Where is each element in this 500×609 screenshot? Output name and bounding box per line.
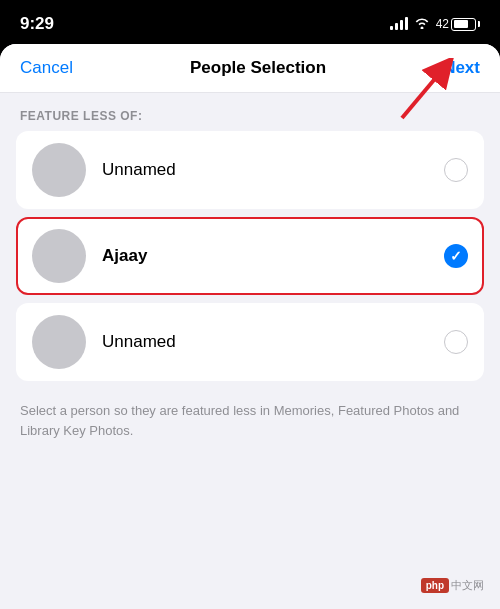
next-button[interactable]: Next bbox=[443, 58, 480, 78]
radio-unselected-icon[interactable] bbox=[444, 330, 468, 354]
radio-selected-icon[interactable] bbox=[444, 244, 468, 268]
person-name: Unnamed bbox=[102, 332, 444, 352]
person-list: Unnamed Ajaay Unnamed bbox=[0, 131, 500, 389]
main-content: Cancel People Selection Next FEATURE LES… bbox=[0, 44, 500, 609]
footer-text: Select a person so they are featured les… bbox=[0, 389, 500, 452]
avatar bbox=[32, 143, 86, 197]
list-item[interactable]: Unnamed bbox=[16, 131, 484, 209]
status-bar: 9:29 42 bbox=[0, 0, 500, 44]
status-icons: 42 bbox=[390, 16, 480, 32]
avatar bbox=[32, 229, 86, 283]
person-name: Unnamed bbox=[102, 160, 444, 180]
cancel-button[interactable]: Cancel bbox=[20, 58, 73, 78]
signal-bars-icon bbox=[390, 18, 408, 30]
section-label: FEATURE LESS OF: bbox=[0, 93, 500, 131]
wifi-icon bbox=[414, 16, 430, 32]
avatar bbox=[32, 315, 86, 369]
php-badge: php bbox=[421, 578, 449, 593]
status-time: 9:29 bbox=[20, 14, 54, 34]
radio-unselected-icon[interactable] bbox=[444, 158, 468, 182]
person-name: Ajaay bbox=[102, 246, 444, 266]
list-item[interactable]: Unnamed bbox=[16, 303, 484, 381]
nav-bar: Cancel People Selection Next bbox=[0, 44, 500, 93]
battery-icon: 42 bbox=[436, 17, 480, 31]
watermark: php 中文网 bbox=[421, 578, 484, 593]
site-label: 中文网 bbox=[451, 578, 484, 593]
list-item[interactable]: Ajaay bbox=[16, 217, 484, 295]
page-title: People Selection bbox=[190, 58, 326, 78]
